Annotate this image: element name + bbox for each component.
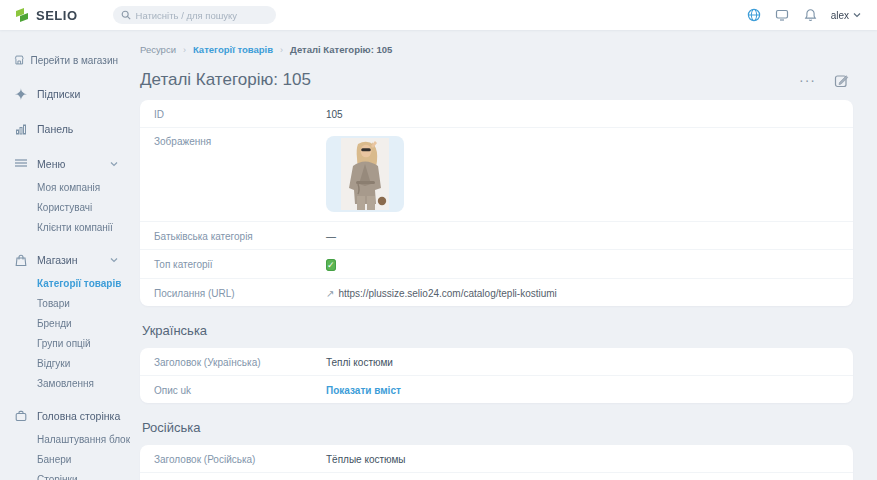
category-image[interactable]: [326, 136, 404, 212]
sidebar-item-orders[interactable]: Замовлення: [12, 373, 118, 393]
section-title-ukrainian: Українська: [142, 323, 853, 338]
bar-chart-icon: [14, 122, 28, 136]
sidebar-item-option-groups[interactable]: Групи опцій: [12, 333, 118, 353]
detail-row-top-category: Топ категорії ✓: [140, 250, 853, 279]
main-content: Ресурси › Категорії товарів › Деталі Кат…: [130, 30, 877, 480]
globe-icon[interactable]: [747, 8, 762, 23]
breadcrumb-separator: ›: [183, 45, 186, 55]
storefront-icon: [14, 54, 25, 66]
sidebar-item-reviews[interactable]: Відгуки: [12, 353, 118, 373]
detail-row-title-uk: Заголовок (Українська) Теплі костюми: [140, 348, 853, 376]
bell-icon[interactable]: [803, 8, 818, 23]
detail-row-description-ru: Опис ru Показати вміст: [140, 473, 853, 480]
edit-button[interactable]: [834, 73, 849, 88]
sidebar-item-menu[interactable]: Меню: [12, 152, 118, 176]
sidebar-item-products[interactable]: Товари: [12, 293, 118, 313]
sidebar-item-my-company[interactable]: Моя компанія: [12, 177, 118, 197]
external-link-icon: ↗: [326, 288, 334, 299]
ukrainian-section-card: Заголовок (Українська) Теплі костюми Опи…: [140, 348, 853, 403]
category-details-card: ID 105 Зображення: [140, 100, 853, 306]
russian-section-card: Заголовок (Російська) Тёплые костюмы Опи…: [140, 445, 853, 480]
selio-logo-icon: [15, 7, 30, 23]
breadcrumb-current: Деталі Категорію: 105: [290, 44, 392, 55]
breadcrumb-categories[interactable]: Категорії товарів: [193, 44, 273, 55]
chevron-down-icon: [110, 161, 118, 167]
detail-row-title-ru: Заголовок (Російська) Тёплые костюмы: [140, 445, 853, 473]
user-name: alex: [831, 10, 849, 21]
breadcrumb-separator: ›: [280, 45, 283, 55]
hamburger-icon: [14, 157, 28, 171]
sidebar-item-shop[interactable]: Магазин: [12, 248, 118, 272]
detail-row-image: Зображення: [140, 128, 853, 222]
sidebar-item-company-clients[interactable]: Клієнти компанії: [12, 217, 118, 237]
sidebar-item-subscriptions[interactable]: ✦ Підписки: [12, 82, 118, 106]
detail-row-id: ID 105: [140, 100, 853, 128]
more-options-button[interactable]: ···: [799, 75, 816, 85]
sidebar: Перейти в магазин ✦ Підписки Панель Меню…: [0, 30, 130, 480]
title-uk-value: Теплі костюми: [326, 355, 393, 368]
sparkles-icon: ✦: [14, 87, 28, 101]
detail-row-url: Посилання (URL) ↗ https://plussize.selio…: [140, 279, 853, 306]
sidebar-item-dashboard[interactable]: Панель: [12, 117, 118, 141]
sidebar-item-homepage[interactable]: Головна сторінка: [12, 404, 118, 428]
shopping-bag-icon: [14, 253, 28, 267]
show-content-uk-link[interactable]: Показати вміст: [326, 385, 401, 396]
briefcase-icon: [14, 409, 28, 423]
detail-row-parent-category: Батьківська категорія —: [140, 222, 853, 250]
page-title: Деталі Категорію: 105: [140, 70, 311, 90]
app-logo[interactable]: SELIO: [0, 7, 78, 23]
section-title-russian: Російська: [142, 420, 853, 435]
detail-row-description-uk: Опис uk Показати вміст: [140, 376, 853, 403]
chevron-down-icon: [110, 257, 118, 263]
breadcrumb: Ресурси › Категорії товарів › Деталі Кат…: [140, 44, 853, 55]
sidebar-item-product-categories[interactable]: Категорії товарів: [12, 273, 118, 293]
sidebar-go-to-store[interactable]: Перейти в магазин: [14, 54, 118, 66]
user-menu[interactable]: alex: [831, 10, 861, 21]
search-icon: [121, 10, 131, 20]
edit-pencil-icon: [834, 73, 849, 88]
app-header: SELIO alex: [0, 0, 877, 30]
sidebar-item-pages[interactable]: Сторінки: [12, 469, 118, 480]
title-ru-value: Тёплые костюмы: [326, 452, 406, 465]
parent-category-value: —: [326, 229, 336, 242]
search-input[interactable]: [136, 10, 268, 21]
id-value: 105: [326, 107, 343, 120]
logo-text: SELIO: [36, 8, 78, 23]
sidebar-item-users[interactable]: Користувачі: [12, 197, 118, 217]
monitor-icon[interactable]: [775, 8, 790, 23]
chevron-down-icon: [853, 12, 861, 18]
category-url-link[interactable]: https://plussize.selio24.com/catalog/tep…: [338, 288, 556, 299]
global-search[interactable]: [113, 6, 276, 24]
sidebar-item-banners[interactable]: Банери: [12, 449, 118, 469]
sidebar-item-brands[interactable]: Бренди: [12, 313, 118, 333]
breadcrumb-resources[interactable]: Ресурси: [140, 44, 176, 55]
category-photo-placeholder: [341, 138, 389, 210]
top-category-checkbox: ✓: [326, 259, 336, 271]
go-to-store-label: Перейти в магазин: [31, 55, 119, 66]
sidebar-item-block-settings[interactable]: Налаштування блоку: [12, 429, 118, 449]
